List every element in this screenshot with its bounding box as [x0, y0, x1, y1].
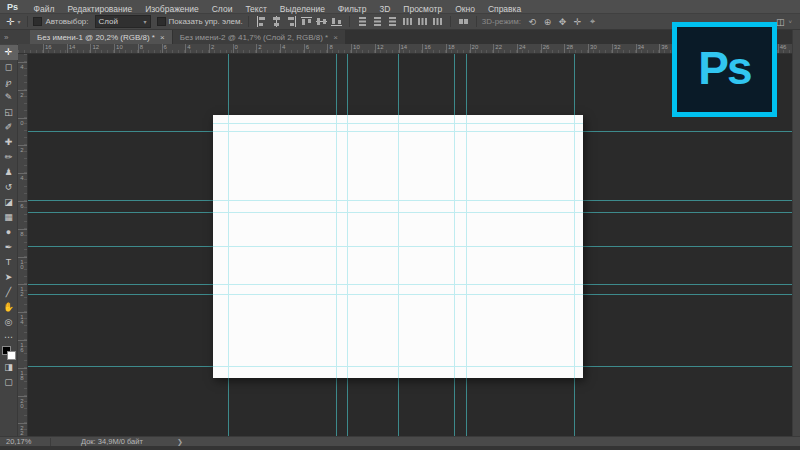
vertical-ruler[interactable]: 420246810121416182022 [18, 54, 28, 436]
distribute-left-edges-icon[interactable] [400, 15, 415, 28]
auto-align-layers-icon[interactable] [456, 15, 471, 28]
tools-panel-collapse[interactable]: » [0, 30, 30, 44]
menu-item-4[interactable]: Текст [239, 4, 273, 14]
menu-item-5[interactable]: Выделение [273, 4, 331, 14]
background-color-swatch[interactable] [7, 351, 16, 360]
align-horizontal-centers-icon[interactable] [269, 15, 284, 28]
align-top-edges-icon[interactable] [299, 15, 314, 28]
path-selection-tool[interactable]: ➤ [0, 270, 18, 285]
show-transform-controls-label: Показать упр. элем. [169, 17, 243, 26]
align-vertical-centers-icon[interactable] [314, 15, 329, 28]
color-swatches[interactable] [2, 346, 16, 360]
eraser-tool[interactable]: ◪ [0, 195, 18, 210]
3d-scale-icon[interactable]: ⌖ [585, 16, 600, 27]
ruler-tick [636, 44, 637, 53]
ruler-tick [564, 44, 565, 53]
document-tab-1[interactable]: Без имени-1 @ 20,2% (RGB/8) *× [30, 30, 172, 44]
ruler-number: 8 [140, 44, 143, 50]
zoom-level-field[interactable]: 20,17% [0, 437, 46, 446]
3d-pan-icon[interactable]: ✥ [555, 17, 570, 27]
history-brush-tool[interactable]: ↺ [0, 180, 18, 195]
ruler-number: 24 [519, 44, 526, 50]
tool-preset[interactable]: ✛ ▾ [4, 16, 22, 27]
guide-horizontal-on-document [213, 294, 583, 295]
rectangular-marquee-tool[interactable]: ◻ [0, 60, 18, 75]
ruler-number: 32 [614, 44, 621, 50]
ruler-tick [375, 44, 376, 53]
ruler-number: 6 [306, 44, 309, 50]
distribute-right-edges-icon[interactable] [430, 15, 445, 28]
ruler-tick [18, 312, 27, 313]
blur-tool[interactable]: ● [0, 225, 18, 240]
ruler-tick [588, 44, 589, 53]
menu-item-10[interactable]: Справка [481, 4, 527, 14]
ruler-number: 12 [19, 286, 25, 296]
ruler-number: 2 [19, 147, 25, 152]
hand-tool[interactable]: ✋ [0, 300, 18, 315]
zoom-tool[interactable]: ◎ [0, 315, 18, 330]
align-bottom-edges-icon[interactable] [329, 15, 344, 28]
align-right-edges-icon[interactable] [284, 15, 299, 28]
autoselect-target-dropdown[interactable]: Слой ▾ [95, 15, 151, 28]
menu-item-7[interactable]: 3D [373, 4, 397, 14]
status-options-chevron[interactable]: ❯ [177, 438, 183, 446]
distribute-bottom-edges-icon[interactable] [385, 15, 400, 28]
show-transform-controls-checkbox[interactable] [157, 17, 166, 26]
menu-item-1[interactable]: Редактирование [61, 4, 139, 14]
distribute-top-edges-icon[interactable] [355, 15, 370, 28]
chevron-down-icon: ˅ [788, 19, 792, 25]
menu-item-0[interactable]: Файл [27, 4, 61, 14]
ruler-number: 34 [638, 44, 645, 50]
menu-item-8[interactable]: Просмотр [397, 4, 449, 14]
document-tab-2[interactable]: Без имени-2 @ 41,7% (Слой 2, RGB/8) *× [172, 30, 345, 44]
ruler-number: 30 [590, 44, 597, 50]
3d-slide-icon[interactable]: ✛ [570, 17, 585, 27]
align-left-edges-icon[interactable] [254, 15, 269, 28]
distribute-horizontal-centers-icon[interactable] [415, 15, 430, 28]
ruler-tick [517, 44, 518, 53]
type-tool[interactable]: T [0, 255, 18, 270]
eyedropper-tool[interactable]: ✐ [0, 120, 18, 135]
tab-close-icon[interactable]: × [333, 33, 338, 42]
ps-app-icon[interactable]: Ps [7, 2, 18, 12]
ruler-number: 10 [116, 44, 123, 50]
edit-toolbar-button[interactable]: ⋯ [0, 330, 18, 345]
distribute-vertical-centers-icon[interactable] [370, 15, 385, 28]
line-tool[interactable]: ╱ [0, 285, 18, 300]
menu-item-6[interactable]: Фильтр [331, 4, 373, 14]
3d-orbit-icon[interactable]: ⟲ [525, 17, 540, 27]
menu-item-2[interactable]: Изображение [139, 4, 206, 14]
workspace-icon: ◫ [776, 17, 785, 27]
3d-mode-label: 3D-режим: [482, 17, 521, 26]
screen-mode-button[interactable]: ▢ [0, 375, 18, 390]
status-bar: 20,17% Док: 34,9М/0 байт ❯ [0, 436, 800, 446]
autoselect-checkbox[interactable] [33, 17, 42, 26]
guide-horizontal-on-document [213, 123, 583, 124]
ruler-tick [18, 145, 27, 146]
ruler-number: 4 [282, 44, 285, 50]
menu-item-9[interactable]: Окно [449, 4, 482, 14]
panel-dock-edge[interactable] [792, 30, 800, 436]
ruler-number: 28 [566, 44, 573, 50]
ruler-tick [162, 44, 163, 53]
ruler-tick [493, 44, 494, 53]
spot-healing-brush-tool[interactable]: ✚ [0, 135, 18, 150]
3d-roll-icon[interactable]: ⊕ [540, 17, 555, 27]
tab-close-icon[interactable]: × [160, 33, 165, 42]
clone-stamp-tool[interactable]: ♟ [0, 165, 18, 180]
ruler-tick [778, 44, 779, 53]
move-tool[interactable]: ✛ [0, 45, 18, 60]
ruler-number: 6 [164, 44, 167, 50]
crop-tool[interactable]: ◱ [0, 105, 18, 120]
gradient-tool[interactable]: ▦ [0, 210, 18, 225]
separator [476, 16, 477, 27]
workspace-switcher[interactable]: ◫ ˅ [776, 17, 794, 27]
lasso-tool[interactable]: ℘ [0, 75, 18, 90]
ruler-number: 22 [495, 44, 502, 50]
ruler-tick [327, 44, 328, 53]
brush-tool[interactable]: ✏ [0, 150, 18, 165]
quick-mask-button[interactable]: ◨ [0, 360, 18, 375]
quick-selection-tool[interactable]: ✎ [0, 90, 18, 105]
menu-item-3[interactable]: Слои [205, 4, 239, 14]
pen-tool[interactable]: ✒ [0, 240, 18, 255]
